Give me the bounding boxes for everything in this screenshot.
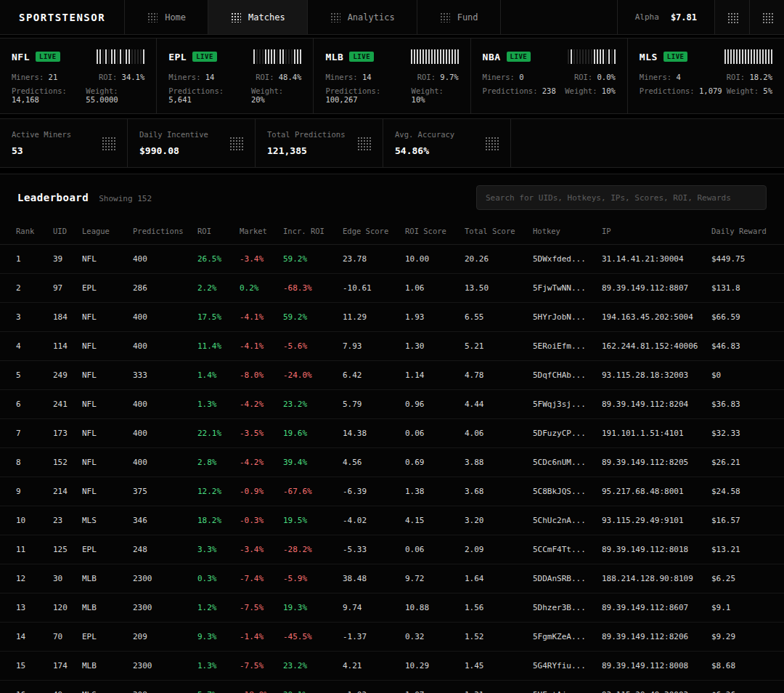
activity-barcode — [253, 49, 301, 64]
cell-rank: 6 — [0, 390, 53, 419]
league-card-epl: EPL LIVE Miners: 14 ROI: 48.4% Predictio… — [157, 38, 314, 113]
column-header-market[interactable]: Market — [240, 219, 283, 245]
column-header-predictions[interactable]: Predictions — [133, 219, 197, 245]
column-header-uid[interactable]: UID — [53, 219, 82, 245]
cell-market: -18.0% — [240, 681, 283, 693]
cell-ip: 89.39.149.112:8204 — [602, 390, 711, 419]
top-nav: SPORTSTENSOR Home Matches Analytics Fund… — [0, 0, 784, 35]
cell-incr-roi: 23.2% — [283, 652, 343, 681]
league-card-mls: MLS LIVE Miners: 4 ROI: 18.2% Prediction… — [628, 38, 784, 113]
cell-market: -1.4% — [240, 623, 283, 652]
cell-predictions: 400 — [133, 303, 197, 332]
column-header-league[interactable]: League — [82, 219, 133, 245]
summary-value: 121,385 — [267, 145, 345, 156]
live-badge: LIVE — [349, 52, 374, 62]
cell-league: NFL — [82, 448, 133, 477]
cell-market: -3.4% — [240, 535, 283, 564]
table-row[interactable]: 5249NFL3331.4%-8.0%-24.0%6.421.144.785Dq… — [0, 361, 784, 390]
cell-market: -3.5% — [240, 419, 283, 448]
column-header-roi-score[interactable]: ROI Score — [405, 219, 465, 245]
cell-roi: 18.2% — [197, 506, 240, 535]
column-header-roi[interactable]: ROI — [197, 219, 240, 245]
search-input[interactable] — [476, 185, 767, 210]
column-header-ip[interactable]: IP — [602, 219, 711, 245]
table-row[interactable]: 297EPL2862.2%0.2%-68.3%-10.611.0613.505F… — [0, 274, 784, 303]
table-row[interactable]: 3184NFL40017.5%-4.1%59.2%11.291.936.555H… — [0, 303, 784, 332]
cell-edge-score: -4.02 — [343, 506, 405, 535]
cell-daily-reward: $32.33 — [711, 419, 784, 448]
table-row[interactable]: 15174MLB23001.3%-7.5%23.2%4.2110.291.455… — [0, 652, 784, 681]
cell-roi: 1.3% — [197, 390, 240, 419]
column-header-total-score[interactable]: Total Score — [465, 219, 533, 245]
pixel-grid-icon — [147, 12, 158, 23]
pixel-grid-icon — [101, 136, 115, 150]
cell-league: MLB — [82, 652, 133, 681]
cell-predictions: 400 — [133, 390, 197, 419]
table-row[interactable]: 1470EPL2099.3%-1.4%-45.5%-1.370.321.525F… — [0, 623, 784, 652]
cell-daily-reward: $13.21 — [711, 535, 784, 564]
grid-menu-button[interactable] — [714, 0, 749, 34]
cell-ip: 95.217.68.48:8001 — [602, 477, 711, 506]
brand-logo[interactable]: SPORTSTENSOR — [0, 0, 125, 34]
table-row[interactable]: 11125EPL2483.3%-3.4%-28.2%-5.330.062.095… — [0, 535, 784, 564]
column-header-daily-reward[interactable]: Daily Reward — [711, 219, 784, 245]
table-row[interactable]: 1023MLS34618.2%-0.3%19.5%-4.024.153.205C… — [0, 506, 784, 535]
cell-edge-score: 5.79 — [343, 390, 405, 419]
cell-ip: 162.244.81.152:40006 — [602, 332, 711, 361]
nav-item-fund[interactable]: Fund — [417, 0, 501, 34]
table-row[interactable]: 139NFL40026.5%-3.4%59.2%23.7810.0020.265… — [0, 245, 784, 274]
cell-edge-score: 4.21 — [343, 652, 405, 681]
cell-ip: 93.115.29.49:9101 — [602, 506, 711, 535]
cell-roi-score: 10.29 — [405, 652, 465, 681]
nav-item-analytics[interactable]: Analytics — [308, 0, 417, 34]
league-card-nba: NBA LIVE Miners: 0 ROI: 0.0% Predictions… — [471, 38, 628, 113]
column-header-edge-score[interactable]: Edge Score — [343, 219, 405, 245]
cell-total-score: 3.88 — [465, 448, 533, 477]
cell-hotkey: 5DFuzyCP... — [533, 419, 602, 448]
cell-hotkey: 5Dhzer3B... — [533, 593, 602, 623]
cell-rank: 15 — [0, 652, 53, 681]
apps-button[interactable] — [749, 0, 784, 34]
cell-roi: 26.5% — [197, 245, 240, 274]
roi-stat: ROI: 48.4% — [256, 73, 301, 81]
table-row[interactable]: 1230MLB23000.3%-7.4%-5.9%38.489.721.645D… — [0, 564, 784, 593]
cell-league: NFL — [82, 390, 133, 419]
table-row[interactable]: 6241NFL4001.3%-4.2%23.2%5.790.964.445FWq… — [0, 390, 784, 419]
cell-uid: 70 — [53, 623, 82, 652]
cell-hotkey: 5C8BkJQS... — [533, 477, 602, 506]
cell-incr-roi: 20.1% — [283, 681, 343, 693]
activity-barcode — [411, 49, 459, 64]
table-header-row: RankUIDLeaguePredictionsROIMarketIncr. R… — [0, 219, 784, 245]
table-row[interactable]: 7173NFL40022.1%-3.5%19.6%14.380.064.065D… — [0, 419, 784, 448]
cell-roi: 12.2% — [197, 477, 240, 506]
cell-market: -7.5% — [240, 593, 283, 623]
cell-hotkey: 5DqfCHAb... — [533, 361, 602, 390]
table-body: 139NFL40026.5%-3.4%59.2%23.7810.0020.265… — [0, 245, 784, 693]
leaderboard-section: Leaderboard Showing 152 RankUIDLeaguePre… — [0, 174, 784, 693]
nav-item-matches[interactable]: Matches — [208, 0, 308, 34]
cell-rank: 5 — [0, 361, 53, 390]
cell-daily-reward: $0 — [711, 361, 784, 390]
column-header-incr-roi[interactable]: Incr. ROI — [283, 219, 343, 245]
table-row[interactable]: 9214NFL37512.2%-0.9%-67.6%-6.391.383.685… — [0, 477, 784, 506]
cell-roi-score: 0.96 — [405, 390, 465, 419]
table-row[interactable]: 1649MLS3085.7%-18.0%20.1%-1.021.071.315H… — [0, 681, 784, 693]
cell-uid: 174 — [53, 652, 82, 681]
cell-roi-score: 1.93 — [405, 303, 465, 332]
table-row[interactable]: 13120MLB23001.2%-7.5%19.3%9.7410.881.565… — [0, 593, 784, 623]
league-name: MLB — [325, 52, 343, 62]
cell-predictions: 400 — [133, 448, 197, 477]
cell-ip: 89.39.149.112:8018 — [602, 535, 711, 564]
column-header-rank[interactable]: Rank — [0, 219, 53, 245]
cell-edge-score: 6.42 — [343, 361, 405, 390]
nav-item-home[interactable]: Home — [125, 0, 208, 34]
cell-rank: 3 — [0, 303, 53, 332]
table-row[interactable]: 8152NFL4002.8%-4.2%39.4%4.560.693.885CDc… — [0, 448, 784, 477]
cell-roi: 9.3% — [197, 623, 240, 652]
nav-right: Alpha $7.81 — [617, 0, 784, 34]
column-header-hotkey[interactable]: Hotkey — [533, 219, 602, 245]
table-row[interactable]: 4114NFL40011.4%-4.1%-5.6%7.931.305.215ER… — [0, 332, 784, 361]
league-name: MLS — [640, 52, 658, 62]
pixel-grid-icon — [761, 12, 773, 23]
cell-total-score: 13.50 — [465, 274, 533, 303]
